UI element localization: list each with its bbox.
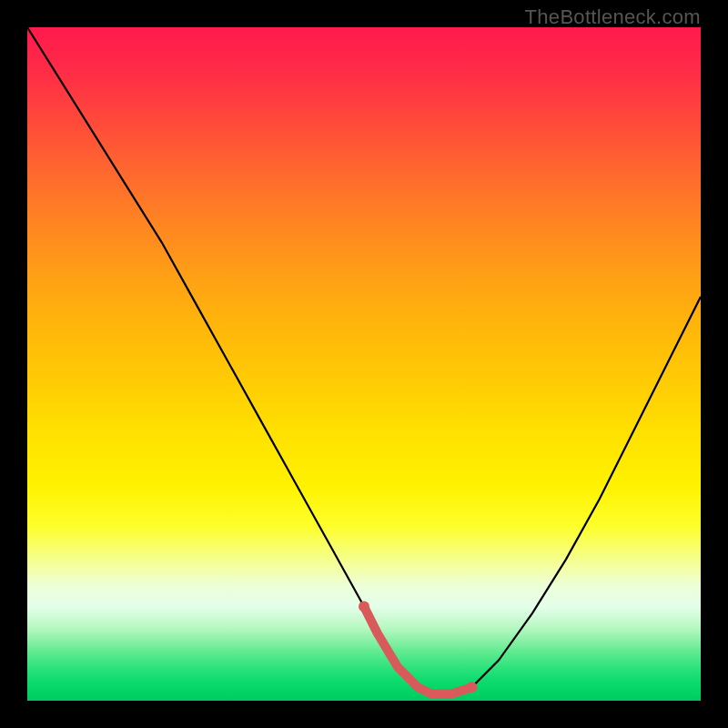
highlight-curve [364, 606, 471, 693]
main-curve [27, 27, 701, 694]
highlight-start-dot [359, 601, 369, 612]
chart-frame: TheBottleneck.com [0, 0, 728, 728]
highlight-end-dot [466, 682, 477, 693]
plot-area [27, 27, 701, 701]
curve-svg [27, 27, 701, 701]
watermark-text: TheBottleneck.com [525, 5, 701, 29]
